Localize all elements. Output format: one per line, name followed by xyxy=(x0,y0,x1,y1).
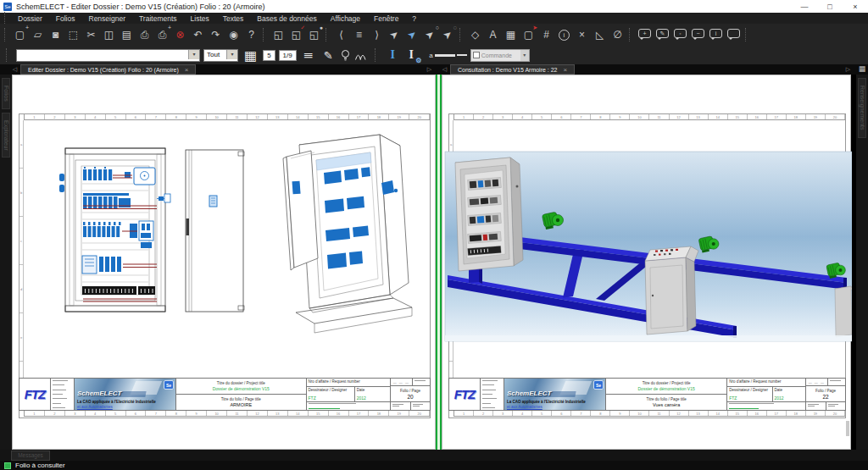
undo-icon[interactable]: ↶ xyxy=(189,25,207,44)
menu-[interactable]: ? xyxy=(405,14,423,23)
note-refresh-icon[interactable]: ◦ xyxy=(671,25,689,44)
menu-dossier[interactable]: Dossier xyxy=(11,14,49,23)
hide-icon[interactable]: ∅ xyxy=(609,25,626,44)
toolbar-grip[interactable] xyxy=(6,48,10,62)
sidebar-tab-folios[interactable]: Folios xyxy=(2,78,10,109)
folio-list-icon[interactable]: ≡ xyxy=(350,25,368,44)
toolbar-grip[interactable] xyxy=(459,28,464,41)
cursor-pan-icon[interactable]: ➤◌ xyxy=(439,25,457,44)
toolbar-grip[interactable] xyxy=(326,28,330,41)
messages-tab[interactable]: Messages xyxy=(11,451,50,461)
note-info-icon[interactable]: i xyxy=(707,25,725,44)
new-document-icon[interactable]: ▢+ xyxy=(11,25,29,44)
help-icon[interactable]: ? xyxy=(242,25,260,44)
copy-icon[interactable]: ◫ xyxy=(100,25,118,44)
right-pane-prev-arrow[interactable]: ◁ xyxy=(441,64,448,75)
menu-bases-de-donn-es[interactable]: Bases de données xyxy=(250,14,323,23)
chevron-down-icon[interactable]: ▾ xyxy=(226,50,237,59)
sidebar-tab-explorateur[interactable]: Explorateur xyxy=(2,113,10,158)
status-green-icon xyxy=(4,462,11,469)
command-checkbox[interactable] xyxy=(473,52,480,58)
paste-icon[interactable]: ▤ xyxy=(118,25,136,44)
command-combobox[interactable]: Commande ▾ xyxy=(470,49,530,62)
menu-textes[interactable]: Textes xyxy=(216,14,251,23)
note-remove-icon[interactable]: − xyxy=(689,25,707,44)
move-symbol-icon[interactable]: ▢➤ xyxy=(520,25,537,44)
left-pane-prev-arrow[interactable]: ◁ xyxy=(11,64,19,75)
consultation-sheet[interactable]: 1234567891011121314151617181920 12345678… xyxy=(442,75,851,450)
note-icon[interactable] xyxy=(725,25,743,44)
grid-palette-icon[interactable]: ▦ xyxy=(244,47,257,64)
next-folio-icon[interactable]: ⟩ xyxy=(368,25,386,44)
window-lock-icon[interactable]: ◱● xyxy=(305,25,323,44)
print-setup-icon[interactable]: ⎙+ xyxy=(153,25,171,44)
stop-icon[interactable]: ◉ xyxy=(225,25,242,44)
close-button[interactable]: × xyxy=(843,0,868,13)
text-icon[interactable]: A xyxy=(484,25,502,44)
menu-folios[interactable]: Folios xyxy=(49,14,82,23)
vertical-line-settings-icon[interactable]: I⚙ xyxy=(403,48,419,62)
pane-splitter[interactable] xyxy=(436,75,442,450)
open-folder-icon[interactable]: ▱ xyxy=(29,25,47,44)
vertical-line-tool-icon[interactable]: I xyxy=(385,48,400,62)
note-add-icon[interactable]: + xyxy=(636,25,654,44)
scale-value-box[interactable]: 5 xyxy=(263,50,275,61)
close-icon[interactable]: × xyxy=(185,66,189,74)
symbol-library-icon[interactable]: ▦ xyxy=(502,25,520,44)
date-label: Date xyxy=(775,388,804,392)
grid-icon[interactable]: # xyxy=(537,25,555,44)
toolbar-grip[interactable] xyxy=(629,28,633,41)
window-cascade-icon[interactable]: ◱ xyxy=(270,25,287,44)
layers-icon[interactable]: ≡ xyxy=(303,49,313,62)
pencil-icon[interactable]: ✎ xyxy=(320,49,337,62)
company-address xyxy=(51,379,75,410)
maximize-button[interactable]: □ xyxy=(817,0,843,13)
save-icon[interactable]: ◙ xyxy=(47,25,64,44)
right-pane-next-arrow[interactable]: ▷ xyxy=(844,64,852,75)
print-icon[interactable]: ⎙ xyxy=(136,25,153,44)
palette-grid-icon[interactable]: ▦ xyxy=(857,64,867,73)
menu-listes[interactable]: Listes xyxy=(184,14,216,23)
window-title: SchemELECT - Editer Dossier : Demo V15 (… xyxy=(16,3,264,11)
cut-icon[interactable]: ✂ xyxy=(82,25,100,44)
chevron-down-icon[interactable]: ▾ xyxy=(188,50,199,59)
redo-icon[interactable]: ↷ xyxy=(207,25,225,44)
menu-fen-tre[interactable]: Fenêtre xyxy=(367,14,405,23)
delete-icon[interactable]: × xyxy=(573,25,591,44)
symbol-combobox[interactable]: ▾ xyxy=(16,49,200,62)
cursor-zoom-icon[interactable]: ➤○ xyxy=(421,25,439,44)
info-icon[interactable]: i xyxy=(555,25,573,44)
lamp-icon[interactable] xyxy=(340,49,351,62)
toolbar-grip[interactable] xyxy=(4,28,8,41)
cursor-icon[interactable]: ➤ xyxy=(386,25,403,44)
cancel-icon[interactable]: ⊗ xyxy=(171,25,189,44)
tab-editor-folio[interactable]: Editer Dossier : Demo V15 (Création) Fol… xyxy=(20,64,196,75)
select-zone-icon[interactable]: ⬚ xyxy=(64,25,82,44)
toolbar-grip[interactable] xyxy=(745,28,749,41)
previous-folio-icon[interactable]: ⟨ xyxy=(332,25,350,44)
measure-icon[interactable]: ◺ xyxy=(591,25,609,44)
status-text: Folio à consulter xyxy=(15,462,65,469)
lineweight-widget[interactable]: a xyxy=(429,52,466,59)
chevron-down-icon[interactable]: ▾ xyxy=(520,50,529,61)
menu-traitements[interactable]: Traitements xyxy=(132,14,184,23)
symbol-icon[interactable]: ◇ xyxy=(466,25,484,44)
page-counter-box[interactable]: 1/9 xyxy=(279,50,297,61)
left-pane-next-arrow[interactable]: ▷ xyxy=(426,64,433,75)
cursor-blue-icon[interactable]: ➤ xyxy=(403,25,421,44)
date-value: 2012 xyxy=(357,395,388,401)
minimize-button[interactable]: — xyxy=(792,0,817,13)
sidebar-tab-renseignements[interactable]: Renseignements xyxy=(858,78,866,138)
close-icon[interactable]: × xyxy=(564,66,568,74)
curves-icon[interactable] xyxy=(354,50,369,61)
filter-select[interactable]: Tout ▾ xyxy=(203,49,238,62)
menu-affichage[interactable]: Affichage xyxy=(324,14,367,23)
toolbar-grip[interactable] xyxy=(375,48,379,62)
note-edit-icon[interactable]: ✎ xyxy=(654,25,671,44)
tab-consultation-folio[interactable]: Consultation : Demo V15 Armoire : 22 × xyxy=(450,64,575,75)
window-validate-icon[interactable]: ◱✓ xyxy=(287,25,305,44)
vertical-scrollbar[interactable] xyxy=(846,421,849,436)
editor-sheet[interactable]: 1234567891011121314151617181920 12345678… xyxy=(12,75,436,450)
menu-renseigner[interactable]: Renseigner xyxy=(82,14,132,23)
toolbar-grip[interactable] xyxy=(263,28,267,41)
